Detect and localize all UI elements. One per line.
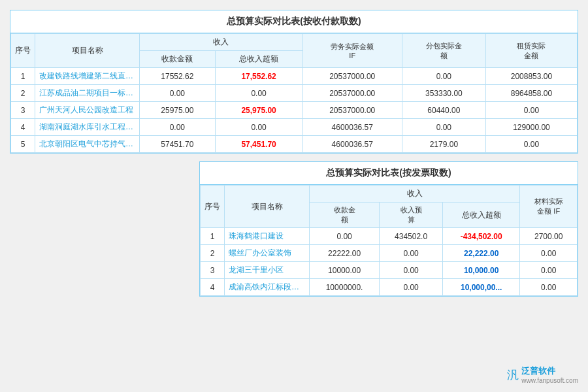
cell-id: 3 [201,262,225,279]
table-row: 1 珠海鹤港口建设 0.00 434502.0 -434,502.00 2700… [201,228,578,245]
cell-col6: 2179.00 [402,136,485,153]
cell-col5: 10,000,00... [443,279,520,296]
logo-icon: 汎 [507,367,519,383]
table1-col5-header: 劳务实际金额IF [302,34,402,68]
table-row: 2 螺丝厂办公室装饰 22222.00 0.00 22,222.00 0.00 [201,245,578,262]
table2-col6-header: 材料实际金额 IF [520,186,578,228]
cell-col6: 0.00 [520,245,578,262]
cell-col4: 0.00 [380,279,443,296]
cell-col3: 10000.00 [310,262,380,279]
table2-col-id: 序号 [201,186,225,228]
cell-col3: 22222.00 [310,245,380,262]
table-row: 4 成渝高铁内江标段项目 10000000. 0.00 10,000,00...… [201,279,578,296]
table-row: 4 湖南洞庭湖水库引水工程施工标 0.00 0.00 4600036.57 0.… [11,119,578,136]
cell-id: 2 [11,85,35,102]
cell-id: 1 [11,68,35,85]
cell-name[interactable]: 成渝高铁内江标段项目 [225,279,310,296]
logo-text: 泛普软件 www.fanpusoft.com [521,365,578,384]
table2-col5-header: 总收入超额 [443,203,520,228]
table2-col3-header: 收款金额 [310,203,380,228]
table2-body: 1 珠海鹤港口建设 0.00 434502.0 -434,502.00 2700… [201,228,578,296]
cell-name[interactable]: 广州天河人民公园改造工程 [35,102,140,119]
cell-id: 4 [201,279,225,296]
cell-col5: 20537000.00 [302,68,402,85]
cell-id: 4 [11,119,35,136]
logo-url: www.fanpusoft.com [521,377,578,384]
cell-name[interactable]: 改建铁路线增建第二线直通线（成 [35,68,140,85]
cell-col7: 8964858.00 [485,85,577,102]
table2-header-row1: 序号 项目名称 收入 材料实际金额 IF [201,186,578,203]
cell-col5: 4600036.57 [302,119,402,136]
cell-col3: 57451.70 [140,136,216,153]
cell-col6: 0.00 [402,68,485,85]
table2-income-group: 收入 [310,186,520,203]
cell-col5: 20537000.00 [302,102,402,119]
table-row: 1 改建铁路线增建第二线直通线（成 17552.62 17,552.62 205… [11,68,578,85]
cell-id: 5 [11,136,35,153]
logo-brand: 泛普软件 [521,366,555,376]
table1-col-id: 序号 [11,34,35,68]
cell-col7: 0.00 [485,136,577,153]
cell-col4: 0.00 [215,119,302,136]
table1-col-name: 项目名称 [35,34,140,68]
cell-col6: 0.00 [520,262,578,279]
table-row: 3 广州天河人民公园改造工程 25975.00 25,975.00 205370… [11,102,578,119]
table1-col3-header: 收款金额 [140,51,216,68]
cell-col3: 10000000. [310,279,380,296]
table1-header-row1: 序号 项目名称 收入 劳务实际金额IF 分包实际金额 租赁实际金额 [11,34,578,51]
table2-wrapper: 总预算实际对比表(按发票取数) 序号 项目名称 收入 材料实际金额 IF 收款金… [10,161,578,297]
table1-body: 1 改建铁路线增建第二线直通线（成 17552.62 17,552.62 205… [11,68,578,153]
main-container: 总预算实际对比表(按收付款取数) 序号 项目名称 收入 劳务实际金额IF 分包实… [0,0,588,392]
table2-col-name: 项目名称 [225,186,310,228]
cell-col4: 0.00 [380,262,443,279]
cell-name[interactable]: 湖南洞庭湖水库引水工程施工标 [35,119,140,136]
cell-col5: 20537000.00 [302,85,402,102]
table-row: 2 江苏成品油二期项目一标段工程 0.00 0.00 20537000.00 3… [11,85,578,102]
table2-title: 总预算实际对比表(按发票取数) [200,162,578,185]
logo-watermark: 汎 泛普软件 www.fanpusoft.com [507,365,578,384]
cell-col4: 57,451.70 [215,136,302,153]
table1-income-group: 收入 [140,34,303,51]
cell-id: 3 [11,102,35,119]
cell-col4: 25,975.00 [215,102,302,119]
cell-col5: 4600036.57 [302,136,402,153]
cell-name[interactable]: 江苏成品油二期项目一标段工程 [35,85,140,102]
cell-col7: 0.00 [485,102,577,119]
table1-col6-header: 分包实际金额 [402,34,485,68]
cell-col3: 0.00 [140,85,216,102]
cell-col6: 353330.00 [402,85,485,102]
cell-col5: 10,000.00 [443,262,520,279]
cell-col3: 17552.62 [140,68,216,85]
cell-col6: 0.00 [402,119,485,136]
cell-col3: 0.00 [140,119,216,136]
cell-col5: -434,502.00 [443,228,520,245]
table1: 序号 项目名称 收入 劳务实际金额IF 分包实际金额 租赁实际金额 收款金额 总… [10,33,578,153]
table2-container: 总预算实际对比表(按发票取数) 序号 项目名称 收入 材料实际金额 IF 收款金… [199,161,578,297]
cell-id: 2 [201,245,225,262]
cell-col5: 22,222.00 [443,245,520,262]
table1-title: 总预算实际对比表(按收付款取数) [10,10,578,33]
table2: 序号 项目名称 收入 材料实际金额 IF 收款金额 收入预算 总收入超额 1 珠… [200,185,578,296]
cell-id: 1 [201,228,225,245]
table-row: 3 龙湖三千里小区 10000.00 0.00 10,000.00 0.00 [201,262,578,279]
cell-col4: 0.00 [215,85,302,102]
cell-name[interactable]: 龙湖三千里小区 [225,262,310,279]
cell-col4: 17,552.62 [215,68,302,85]
cell-col3: 25975.00 [140,102,216,119]
table1-col4-header: 总收入超额 [215,51,302,68]
cell-col6: 60440.00 [402,102,485,119]
cell-col7: 2008853.00 [485,68,577,85]
cell-col4: 0.00 [380,245,443,262]
cell-col3: 0.00 [310,228,380,245]
cell-name[interactable]: 珠海鹤港口建设 [225,228,310,245]
table1-container: 总预算实际对比表(按收付款取数) 序号 项目名称 收入 劳务实际金额IF 分包实… [10,10,578,154]
cell-col4: 434502.0 [380,228,443,245]
cell-col7: 129000.00 [485,119,577,136]
cell-name[interactable]: 北京朝阳区电气中芯持气系统之GM [35,136,140,153]
table1-col7-header: 租赁实际金额 [485,34,577,68]
table2-col4-header: 收入预算 [380,203,443,228]
cell-name[interactable]: 螺丝厂办公室装饰 [225,245,310,262]
cell-col6: 0.00 [520,279,578,296]
cell-col6: 2700.00 [520,228,578,245]
table-row: 5 北京朝阳区电气中芯持气系统之GM 57451.70 57,451.70 46… [11,136,578,153]
